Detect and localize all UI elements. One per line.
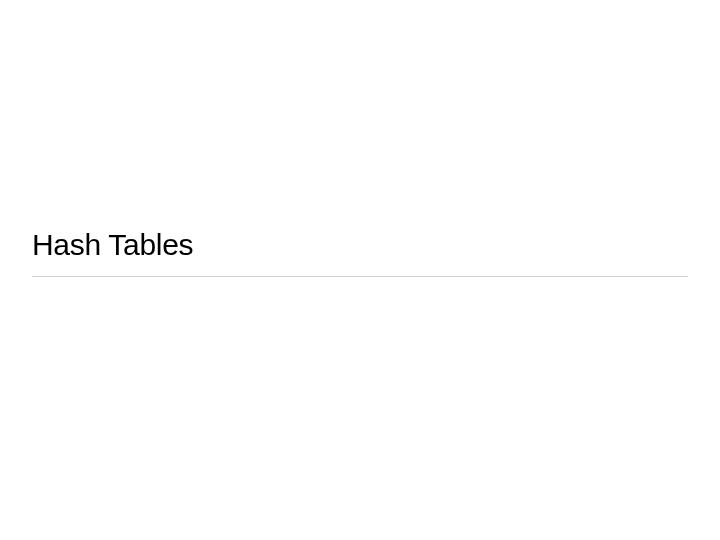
title-divider bbox=[32, 276, 688, 277]
title-block: Hash Tables bbox=[32, 228, 688, 277]
slide-title: Hash Tables bbox=[32, 228, 688, 276]
slide: Hash Tables bbox=[0, 0, 720, 540]
